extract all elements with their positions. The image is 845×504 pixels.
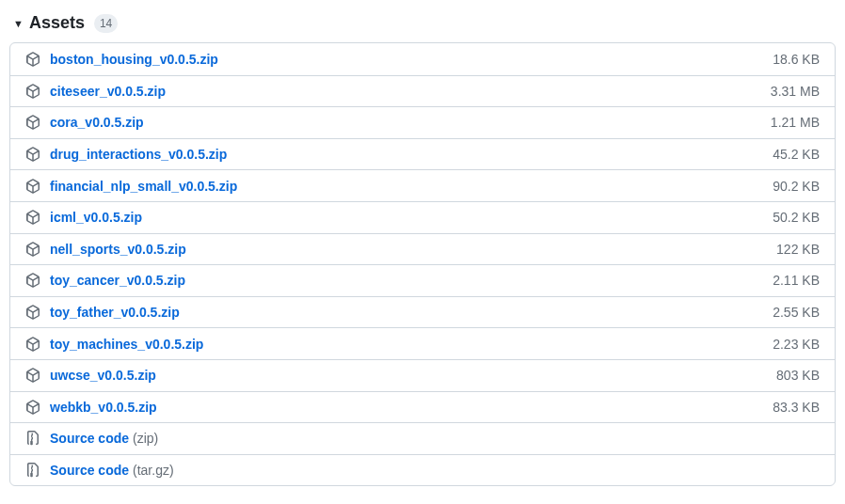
asset-link[interactable]: icml_v0.0.5.zip	[50, 210, 773, 225]
package-icon	[25, 242, 40, 257]
asset-row: drug_interactions_v0.0.5.zip45.2 KB	[10, 138, 835, 170]
asset-size: 90.2 KB	[773, 179, 820, 194]
asset-row: financial_nlp_small_v0.0.5.zip90.2 KB	[10, 169, 835, 201]
asset-size: 2.11 KB	[773, 273, 820, 288]
asset-link[interactable]: toy_father_v0.0.5.zip	[50, 305, 773, 320]
assets-count-badge: 14	[94, 14, 118, 33]
package-icon	[25, 210, 40, 225]
asset-link[interactable]: citeseer_v0.0.5.zip	[50, 84, 771, 99]
asset-size: 803 KB	[776, 368, 820, 383]
asset-link[interactable]: uwcse_v0.0.5.zip	[50, 368, 776, 383]
asset-link[interactable]: Source code(zip)	[50, 431, 820, 446]
asset-row: nell_sports_v0.0.5.zip122 KB	[10, 233, 835, 265]
asset-link[interactable]: nell_sports_v0.0.5.zip	[50, 242, 776, 257]
asset-row: Source code(tar.gz)	[10, 454, 835, 486]
asset-row: icml_v0.0.5.zip50.2 KB	[10, 201, 835, 233]
package-icon	[25, 52, 40, 67]
asset-size: 122 KB	[776, 242, 820, 257]
asset-size: 1.21 MB	[771, 115, 820, 130]
asset-suffix: (tar.gz)	[133, 463, 174, 478]
asset-size: 45.2 KB	[773, 147, 820, 162]
package-icon	[25, 305, 40, 320]
asset-suffix: (zip)	[133, 431, 158, 446]
asset-link[interactable]: drug_interactions_v0.0.5.zip	[50, 147, 773, 162]
package-icon	[25, 147, 40, 162]
assets-title: Assets	[29, 13, 85, 33]
asset-row: toy_cancer_v0.0.5.zip2.11 KB	[10, 264, 835, 296]
package-icon	[25, 337, 40, 352]
asset-size: 3.31 MB	[771, 84, 820, 99]
asset-row: Source code(zip)	[10, 422, 835, 454]
asset-link[interactable]: toy_machines_v0.0.5.zip	[50, 337, 773, 352]
asset-link[interactable]: Source code(tar.gz)	[50, 463, 820, 478]
asset-row: webkb_v0.0.5.zip83.3 KB	[10, 391, 835, 423]
asset-row: uwcse_v0.0.5.zip803 KB	[10, 359, 835, 391]
assets-list: boston_housing_v0.0.5.zip18.6 KBciteseer…	[9, 42, 836, 486]
asset-row: citeseer_v0.0.5.zip3.31 MB	[10, 75, 835, 107]
asset-size: 50.2 KB	[773, 210, 820, 225]
asset-link[interactable]: toy_cancer_v0.0.5.zip	[50, 273, 773, 288]
asset-link[interactable]: webkb_v0.0.5.zip	[50, 400, 773, 415]
asset-link[interactable]: cora_v0.0.5.zip	[50, 115, 771, 130]
asset-link[interactable]: financial_nlp_small_v0.0.5.zip	[50, 179, 773, 194]
asset-link[interactable]: boston_housing_v0.0.5.zip	[50, 52, 773, 67]
package-icon	[25, 179, 40, 194]
asset-row: toy_father_v0.0.5.zip2.55 KB	[10, 296, 835, 328]
asset-size: 18.6 KB	[773, 52, 820, 67]
asset-row: toy_machines_v0.0.5.zip2.23 KB	[10, 327, 835, 359]
package-icon	[25, 84, 40, 99]
assets-header[interactable]: ▼ Assets 14	[9, 9, 836, 42]
package-icon	[25, 273, 40, 288]
package-icon	[25, 368, 40, 383]
caret-down-icon: ▼	[13, 18, 24, 29]
asset-size: 2.55 KB	[773, 305, 820, 320]
asset-size: 2.23 KB	[773, 337, 820, 352]
file-zip-icon	[25, 463, 40, 478]
file-zip-icon	[25, 431, 40, 446]
package-icon	[25, 115, 40, 130]
asset-row: boston_housing_v0.0.5.zip18.6 KB	[10, 43, 835, 75]
asset-row: cora_v0.0.5.zip1.21 MB	[10, 106, 835, 138]
package-icon	[25, 400, 40, 415]
asset-size: 83.3 KB	[773, 400, 820, 415]
